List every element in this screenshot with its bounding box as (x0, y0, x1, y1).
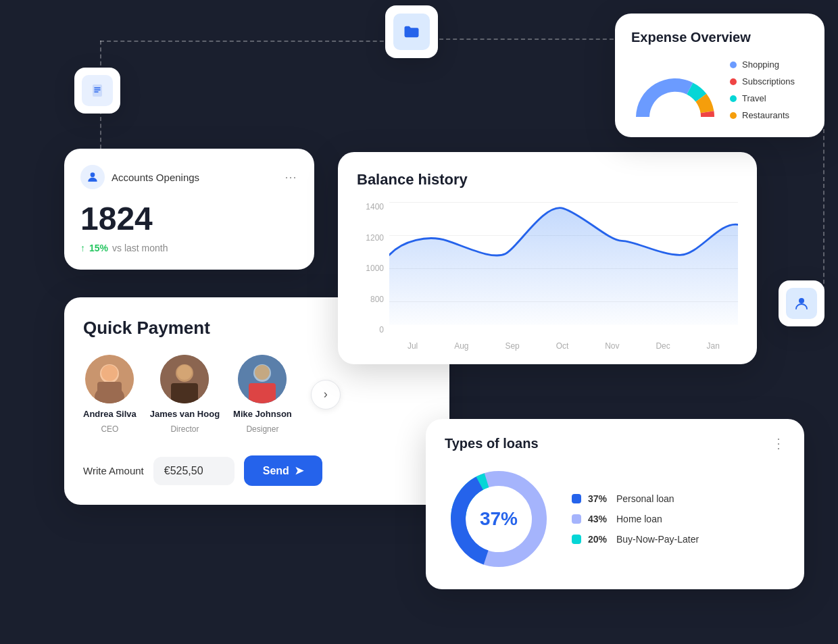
loans-header: Types of loans ⋮ (445, 435, 785, 451)
svg-point-9 (101, 365, 118, 381)
dashed-line-2 (100, 41, 397, 42)
loans-dot-personal (572, 494, 581, 503)
y-label-800: 800 (357, 295, 384, 304)
send-label: Send (263, 465, 289, 477)
loans-title: Types of loans (445, 436, 539, 451)
contact-mike: Mike Johnson Designer (233, 355, 292, 434)
send-button[interactable]: Send ➤ (244, 455, 322, 486)
contact-name-mike: Mike Johnson (233, 409, 292, 419)
types-of-loans-card: Types of loans ⋮ (426, 419, 804, 589)
write-amount-label: Write Amount (83, 465, 144, 476)
expense-donut-area (631, 56, 719, 124)
expense-donut-svg (631, 56, 719, 127)
loans-donut-area: 37% (445, 465, 553, 573)
x-label-sep: Sep (505, 341, 519, 351)
legend-dot-restaurants (730, 112, 737, 119)
contact-james: James van Hoog Director (150, 355, 220, 434)
accounts-header: Accounts Openings ⋯ (80, 165, 298, 189)
chart-area-fill (389, 208, 738, 325)
loans-pct-bnpl: 20% (588, 534, 610, 545)
x-label-jul: Jul (408, 341, 418, 351)
y-label-1400: 1400 (357, 202, 384, 212)
amount-input[interactable] (153, 457, 235, 485)
accounts-value: 1824 (80, 200, 298, 237)
loans-legend-personal: 37% Personal loan (572, 493, 699, 504)
x-label-oct: Oct (556, 341, 569, 351)
change-pct: 15% (89, 243, 108, 253)
folder-icon-card (385, 5, 438, 58)
loans-pct-personal: 37% (588, 493, 610, 504)
expense-legend: Shopping Subscriptions Travel Restaurant… (730, 59, 795, 120)
legend-label-shopping: Shopping (742, 59, 779, 70)
loans-legend-home: 43% Home loan (572, 514, 699, 524)
donut-hole (651, 93, 699, 127)
svg-point-14 (177, 365, 192, 380)
loans-label-home: Home loan (616, 514, 662, 524)
y-label-0: 0 (357, 325, 384, 335)
expense-content: Shopping Subscriptions Travel Restaurant… (631, 56, 808, 124)
x-label-jan: Jan (707, 341, 720, 351)
contact-role-andrea: CEO (101, 424, 118, 434)
avatar-mike (238, 355, 287, 403)
accounts-avatar (80, 165, 105, 189)
balance-chart-svg (389, 202, 738, 325)
legend-label-restaurants: Restaurants (742, 110, 789, 120)
accounts-header-left: Accounts Openings (80, 165, 199, 189)
legend-travel: Travel (730, 93, 795, 103)
expense-title: Expense Overview (631, 30, 808, 45)
loans-legend-bnpl: 20% Buy-Now-Pay-Later (572, 534, 699, 545)
balance-history-card: Balance history 1400 1200 1000 800 0 (338, 152, 757, 364)
change-arrow: ↑ (80, 243, 85, 253)
legend-restaurants: Restaurants (730, 110, 795, 120)
svg-point-18 (255, 365, 270, 380)
svg-point-4 (799, 298, 804, 303)
send-arrow-icon: ➤ (295, 464, 303, 477)
legend-label-travel: Travel (742, 93, 766, 103)
y-label-1200: 1200 (357, 233, 384, 243)
balance-title: Balance history (357, 171, 738, 189)
contact-role-mike: Designer (246, 424, 278, 434)
accounts-menu[interactable]: ⋯ (285, 170, 298, 184)
contact-role-james: Director (170, 424, 199, 434)
y-label-1000: 1000 (357, 264, 384, 273)
next-button[interactable]: › (311, 380, 341, 410)
change-label: vs last month (112, 243, 168, 253)
person-icon (793, 295, 810, 312)
person-icon-card (779, 280, 824, 326)
svg-point-5 (91, 172, 95, 177)
accounts-change: ↑ 15% vs last month (80, 243, 298, 253)
loans-dot-home (572, 514, 581, 524)
loans-dot-bnpl (572, 535, 581, 544)
svg-rect-0 (93, 84, 102, 97)
doc-icon-card (74, 68, 120, 114)
legend-shopping: Shopping (730, 59, 795, 70)
legend-dot-travel (730, 95, 737, 102)
accounts-title: Accounts Openings (112, 172, 199, 183)
loans-menu[interactable]: ⋮ (772, 435, 785, 451)
contact-name-andrea: Andrea Silva (83, 409, 137, 419)
loans-label-personal: Personal loan (616, 493, 674, 504)
contact-andrea: Andrea Silva CEO (83, 355, 137, 434)
loans-pct-home: 43% (588, 514, 610, 524)
contact-name-james: James van Hoog (150, 409, 220, 419)
payment-row: Write Amount Send ➤ (83, 455, 430, 486)
accounts-card: Accounts Openings ⋯ 1824 ↑ 15% vs last m… (64, 149, 314, 270)
x-labels: Jul Aug Sep Oct Nov Dec Jan (389, 341, 738, 351)
contacts-row: Andrea Silva CEO James van Hoog Director (83, 355, 430, 434)
doc-icon (89, 82, 105, 99)
y-labels: 1400 1200 1000 800 0 (357, 202, 384, 351)
loans-label-bnpl: Buy-Now-Pay-Later (616, 534, 699, 545)
legend-dot-subscriptions (730, 78, 737, 85)
avatar-james (160, 355, 209, 403)
avatar-andrea (85, 355, 134, 403)
x-label-dec: Dec (656, 341, 670, 351)
loans-center-label: 37% (480, 508, 518, 530)
expense-overview-card: Expense Overview (615, 14, 824, 137)
x-label-nov: Nov (605, 341, 619, 351)
loans-content: 37% 37% Personal loan 43% Home loan 20% … (445, 465, 785, 573)
svg-rect-13 (171, 383, 198, 403)
folder-icon (402, 22, 421, 41)
legend-dot-shopping (730, 61, 737, 68)
loans-legend: 37% Personal loan 43% Home loan 20% Buy-… (572, 493, 699, 545)
next-arrow: › (324, 387, 328, 401)
